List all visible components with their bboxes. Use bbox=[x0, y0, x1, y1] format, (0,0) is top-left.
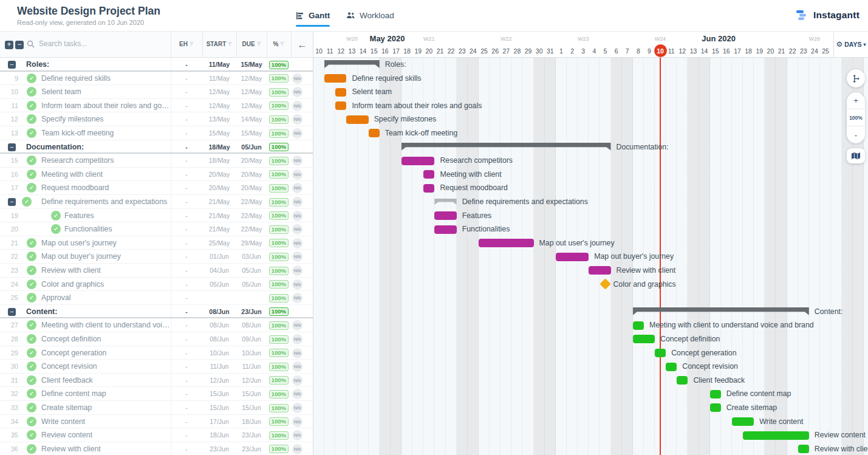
task-bar[interactable] bbox=[589, 266, 610, 275]
table-row[interactable]: 31✓Client feedback-12/Jun12/Jun100%NN bbox=[0, 374, 313, 388]
task-name[interactable]: Concept generation bbox=[41, 346, 106, 360]
task-name[interactable]: Meeting with client to understand voice … bbox=[41, 318, 170, 332]
task-name[interactable]: Research competitors bbox=[41, 154, 114, 168]
task-name[interactable]: Client feedback bbox=[41, 374, 93, 388]
section-row[interactable]: −Roles:-11/May15/May100% bbox=[0, 58, 313, 72]
task-name[interactable]: Team kick-off meeting bbox=[41, 126, 114, 140]
task-bar[interactable] bbox=[633, 335, 655, 343]
task-name[interactable]: Map out user's journey bbox=[41, 236, 117, 250]
task-bar[interactable] bbox=[423, 170, 434, 179]
zoom-level[interactable]: 100% bbox=[847, 109, 865, 126]
task-name[interactable]: Color and graphics bbox=[41, 278, 104, 292]
table-row[interactable]: 29✓Concept generation-10/Jun10/Jun100%NN bbox=[0, 346, 313, 360]
table-row[interactable]: 23✓Review with client-04/Jun05/Jun100%NN bbox=[0, 264, 313, 278]
task-bar[interactable] bbox=[677, 376, 688, 385]
table-row[interactable]: 10✓Selent team-12/May12/May100%NN bbox=[0, 85, 313, 99]
column-header-start[interactable]: START bbox=[202, 41, 236, 47]
column-header-due[interactable]: DUE bbox=[236, 41, 267, 47]
task-name[interactable]: Write content bbox=[41, 415, 85, 429]
task-bar[interactable] bbox=[479, 239, 534, 247]
table-row[interactable]: 17✓Request moodboard-20/May20/May100%NN bbox=[0, 181, 313, 195]
table-row[interactable]: 35✓Review content-18/Jun23/Jun100%NN bbox=[0, 428, 313, 442]
collapse-section-button[interactable]: − bbox=[8, 61, 16, 69]
task-name[interactable]: Functionalities bbox=[64, 222, 112, 236]
column-header-pct[interactable]: % bbox=[267, 41, 291, 47]
task-name[interactable]: Map out buyer's journey bbox=[41, 250, 121, 264]
section-row[interactable]: −Documentation:-18/May05/Jun100% bbox=[0, 140, 313, 154]
task-bar[interactable] bbox=[743, 431, 809, 440]
task-name[interactable]: Concept definition bbox=[41, 332, 101, 346]
task-bar[interactable] bbox=[335, 88, 346, 97]
table-row[interactable]: 11✓Inform team about their roles and goa… bbox=[0, 99, 313, 113]
due-date: 05/Jun bbox=[236, 278, 267, 292]
task-name[interactable]: Concept revision bbox=[41, 360, 97, 374]
task-bar[interactable] bbox=[710, 403, 721, 412]
pane-divider[interactable] bbox=[313, 32, 313, 455]
table-row[interactable]: 13✓Team kick-off meeting-15/May15/May100… bbox=[0, 126, 313, 140]
task-name[interactable]: Define required skills bbox=[41, 72, 111, 86]
expand-all-button[interactable]: + bbox=[5, 41, 13, 49]
task-bar[interactable] bbox=[423, 184, 434, 193]
table-row[interactable]: 32✓Define content map-15/Jun15/Jun100%NN bbox=[0, 387, 313, 401]
task-bar[interactable] bbox=[633, 321, 644, 330]
table-row[interactable]: 25✓Approval-100%NN bbox=[0, 291, 313, 305]
task-bar[interactable] bbox=[434, 225, 456, 234]
table-row[interactable]: 19✓Features-21/May22/May100%NN bbox=[0, 209, 313, 223]
task-bar[interactable] bbox=[402, 157, 434, 165]
timescale-dropdown[interactable]: ⚙ DAYS ▾ bbox=[833, 32, 868, 58]
task-name[interactable]: Define content map bbox=[41, 387, 106, 401]
tab-gantt[interactable]: Gantt bbox=[296, 11, 330, 20]
page-subtitle: Read-only view, generated on 10 Jun 2020 bbox=[17, 19, 144, 26]
search-input[interactable] bbox=[39, 39, 148, 48]
task-name[interactable]: Review with client bbox=[41, 442, 101, 455]
table-row[interactable]: 27✓Meeting with client to understand voi… bbox=[0, 318, 313, 332]
table-row[interactable]: 16✓Meeting with client-20/May20/May100%N… bbox=[0, 168, 313, 182]
column-header-eh[interactable]: EH bbox=[171, 41, 202, 47]
task-name[interactable]: Features bbox=[64, 209, 94, 223]
tab-workload[interactable]: Workload bbox=[346, 11, 394, 20]
task-bar[interactable] bbox=[732, 417, 754, 426]
dependencies-button[interactable] bbox=[847, 69, 865, 87]
task-bar[interactable] bbox=[324, 74, 346, 83]
collapse-task-button[interactable]: − bbox=[8, 198, 16, 206]
task-name[interactable]: Create sitemap bbox=[41, 401, 92, 415]
minimap-button[interactable] bbox=[847, 148, 865, 163]
task-bar[interactable] bbox=[335, 101, 346, 110]
task-name[interactable]: Define requirements and expectations bbox=[41, 195, 167, 209]
table-row[interactable]: 21✓Map out user's journey-25/May29/May10… bbox=[0, 236, 313, 250]
table-row[interactable]: 34✓Write content-17/Jun18/Jun100%NN bbox=[0, 415, 313, 429]
table-row[interactable]: 30✓Concept revision-11/Jun11/Jun100%NN bbox=[0, 360, 313, 374]
task-name[interactable]: Review with client bbox=[41, 264, 101, 278]
task-bar[interactable] bbox=[556, 253, 589, 261]
table-row[interactable]: 28✓Concept definition-08/Jun09/Jun100%NN bbox=[0, 332, 313, 346]
task-bar[interactable] bbox=[369, 129, 380, 137]
task-name[interactable]: Meeting with client bbox=[41, 168, 103, 182]
table-row[interactable]: 33✓Create sitemap-15/Jun15/Jun100%NN bbox=[0, 401, 313, 415]
task-name[interactable]: Review content bbox=[41, 428, 92, 442]
task-bar[interactable] bbox=[434, 211, 456, 220]
collapse-all-button[interactable]: − bbox=[15, 41, 24, 49]
task-name[interactable]: Approval bbox=[41, 291, 71, 305]
table-row[interactable]: 9✓Define required skills-11/May12/May100… bbox=[0, 72, 313, 86]
zoom-in-button[interactable]: + bbox=[847, 92, 865, 109]
table-row[interactable]: 12✓Specify milestones-13/May14/May100%NN bbox=[0, 112, 313, 126]
table-row[interactable]: −✓Define requirements and expectations-2… bbox=[0, 195, 313, 209]
section-row[interactable]: −Content:-08/Jun23/Jun100% bbox=[0, 305, 313, 319]
table-row[interactable]: 36✓Review with client-23/Jun23/Jun100%NN bbox=[0, 442, 313, 455]
task-bar[interactable] bbox=[666, 363, 677, 371]
task-name[interactable]: Inform team about their roles and goals bbox=[41, 99, 170, 113]
task-bar[interactable] bbox=[655, 349, 666, 357]
task-bar[interactable] bbox=[710, 390, 721, 399]
task-bar[interactable] bbox=[798, 445, 809, 453]
task-name[interactable]: Request moodboard bbox=[41, 181, 109, 195]
collapse-panel-arrow-button[interactable]: ← bbox=[292, 32, 313, 58]
collapse-section-button[interactable]: − bbox=[8, 143, 16, 151]
task-bar[interactable] bbox=[346, 115, 368, 124]
table-row[interactable]: 24✓Color and graphics-05/Jun05/Jun100%NN bbox=[0, 278, 313, 292]
task-name[interactable]: Selent team bbox=[41, 85, 81, 99]
task-name[interactable]: Specify milestones bbox=[41, 112, 104, 126]
table-row[interactable]: 15✓Research competitors-18/May20/May100%… bbox=[0, 154, 313, 168]
table-row[interactable]: 20✓Functionalities-21/May22/May100%NN bbox=[0, 222, 313, 236]
collapse-section-button[interactable]: − bbox=[8, 308, 16, 316]
table-row[interactable]: 22✓Map out buyer's journey-01/Jun03/Jun1… bbox=[0, 250, 313, 264]
